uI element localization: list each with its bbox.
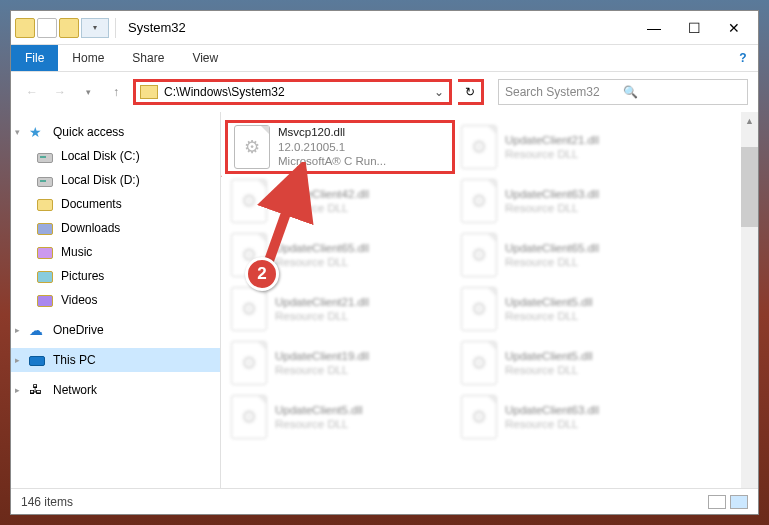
sidebar-videos[interactable]: Videos — [11, 288, 220, 312]
sidebar-local-disk-c[interactable]: Local Disk (C:) — [11, 144, 220, 168]
quick-access[interactable]: ▾Quick access — [11, 120, 220, 144]
navigation-row: ← → ▾ ↑ C:\Windows\System32 ⌄ ↻ Search S… — [11, 72, 758, 112]
file-text: UpdateClient19.dllResource DLL — [275, 349, 369, 378]
dll-icon: ⚙ — [461, 341, 497, 385]
recent-dropdown[interactable]: ▾ — [77, 81, 99, 103]
home-tab[interactable]: Home — [58, 45, 118, 71]
dll-icon: ⚙ — [231, 233, 267, 277]
file-item[interactable]: ⚙UpdateClient63.dllResource DLL — [455, 174, 685, 228]
address-bar[interactable]: C:\Windows\System32 ⌄ — [133, 79, 452, 105]
file-sub1: Resource DLL — [505, 417, 599, 431]
file-text: UpdateClient42.dllResource DLL — [275, 187, 369, 216]
explorer-window: ▾ System32 — ☐ ✕ File Home Share View ? … — [10, 10, 759, 515]
new-folder-icon[interactable] — [59, 18, 79, 38]
share-tab[interactable]: Share — [118, 45, 178, 71]
file-sub1: Resource DLL — [505, 255, 599, 269]
refresh-button[interactable]: ↻ — [458, 79, 484, 105]
file-list[interactable]: ⚙Msvcp120.dll12.0.21005.1MicrosoftA® C R… — [221, 112, 758, 488]
qat-dropdown[interactable]: ▾ — [81, 18, 109, 38]
view-tab[interactable]: View — [178, 45, 232, 71]
search-placeholder: Search System32 — [505, 85, 623, 99]
file-sub1: Resource DLL — [505, 363, 593, 377]
sidebar-this-pc[interactable]: ▸This PC — [11, 348, 220, 372]
address-path[interactable]: C:\Windows\System32 — [162, 85, 429, 99]
sidebar-documents[interactable]: Documents — [11, 192, 220, 216]
forward-button[interactable]: → — [49, 81, 71, 103]
scroll-thumb[interactable] — [741, 147, 758, 227]
sidebar-pictures[interactable]: Pictures — [11, 264, 220, 288]
star-icon — [29, 124, 45, 140]
file-text: UpdateClient63.dllResource DLL — [505, 403, 599, 432]
folder-icon[interactable] — [15, 18, 35, 38]
qat: ▾ — [15, 18, 109, 38]
minimize-button[interactable]: — — [634, 14, 674, 42]
file-name: UpdateClient63.dll — [505, 187, 599, 201]
folder-icon — [37, 295, 53, 307]
file-name: UpdateClient5.dll — [275, 403, 363, 417]
file-item-highlighted[interactable]: ⚙Msvcp120.dll12.0.21005.1MicrosoftA® C R… — [225, 120, 455, 174]
file-sub1: Resource DLL — [505, 309, 593, 323]
file-item[interactable]: ⚙UpdateClient21.dllResource DLL — [455, 120, 685, 174]
file-sub1: Resource DLL — [275, 363, 369, 377]
file-item[interactable]: ⚙UpdateClient19.dllResource DLL — [225, 336, 455, 390]
file-item[interactable]: ⚙UpdateClient5.dllResource DLL — [225, 390, 455, 444]
drive-icon — [37, 153, 53, 163]
search-icon: 🔍 — [623, 85, 741, 99]
sidebar-music[interactable]: Music — [11, 240, 220, 264]
file-item[interactable]: ⚙UpdateClient21.dllResource DLL — [225, 282, 455, 336]
folder-icon — [37, 223, 53, 235]
chevron-down-icon[interactable]: ⌄ — [429, 85, 449, 99]
file-name: UpdateClient63.dll — [505, 403, 599, 417]
dll-icon: ⚙ — [461, 125, 497, 169]
sidebar-network[interactable]: ▸Network — [11, 378, 220, 402]
scrollbar[interactable]: ▲ — [741, 112, 758, 488]
up-button[interactable]: ↑ — [105, 81, 127, 103]
scroll-up-icon[interactable]: ▲ — [741, 112, 758, 129]
file-text: UpdateClient5.dllResource DLL — [505, 349, 593, 378]
search-input[interactable]: Search System32 🔍 — [498, 79, 748, 105]
file-text: UpdateClient63.dllResource DLL — [505, 187, 599, 216]
file-sub1: 12.0.21005.1 — [278, 140, 386, 154]
file-text: Msvcp120.dll12.0.21005.1MicrosoftA® C Ru… — [278, 125, 386, 168]
sidebar-onedrive[interactable]: ▸OneDrive — [11, 318, 220, 342]
file-name: UpdateClient21.dll — [505, 133, 599, 147]
file-sub1: Resource DLL — [275, 201, 369, 215]
file-sub1: Resource DLL — [275, 309, 369, 323]
file-name: UpdateClient5.dll — [505, 349, 593, 363]
icons-view-icon[interactable] — [730, 495, 748, 509]
cloud-icon — [29, 322, 45, 338]
file-item[interactable]: ⚙UpdateClient63.dllResource DLL — [455, 390, 685, 444]
status-bar: 146 items — [11, 488, 758, 514]
dll-icon: ⚙ — [231, 395, 267, 439]
file-tab[interactable]: File — [11, 45, 58, 71]
folder-icon — [37, 199, 53, 211]
details-view-icon[interactable] — [708, 495, 726, 509]
sidebar-local-disk-d[interactable]: Local Disk (D:) — [11, 168, 220, 192]
file-item[interactable]: ⚙UpdateClient65.dllResource DLL — [455, 228, 685, 282]
file-name: UpdateClient19.dll — [275, 349, 369, 363]
file-item[interactable]: ⚙UpdateClient42.dllResource DLL — [225, 174, 455, 228]
separator — [115, 18, 116, 38]
file-text: UpdateClient21.dllResource DLL — [505, 133, 599, 162]
file-name: UpdateClient42.dll — [275, 187, 369, 201]
help-icon[interactable]: ? — [728, 45, 758, 71]
drive-icon — [37, 177, 53, 187]
dll-icon: ⚙ — [234, 125, 270, 169]
file-item[interactable]: ⚙UpdateClient65.dllResource DLL — [225, 228, 455, 282]
maximize-button[interactable]: ☐ — [674, 14, 714, 42]
navigation-pane: ▾Quick access Local Disk (C:) Local Disk… — [11, 112, 221, 488]
dll-icon: ⚙ — [231, 179, 267, 223]
title-bar: ▾ System32 — ☐ ✕ — [11, 11, 758, 45]
dll-icon: ⚙ — [461, 395, 497, 439]
file-name: UpdateClient65.dll — [275, 241, 369, 255]
props-icon[interactable] — [37, 18, 57, 38]
file-text: UpdateClient5.dllResource DLL — [275, 403, 363, 432]
file-item[interactable]: ⚙UpdateClient5.dllResource DLL — [455, 282, 685, 336]
back-button[interactable]: ← — [21, 81, 43, 103]
file-sub1: Resource DLL — [505, 201, 599, 215]
close-button[interactable]: ✕ — [714, 14, 754, 42]
file-text: UpdateClient5.dllResource DLL — [505, 295, 593, 324]
file-text: UpdateClient65.dllResource DLL — [505, 241, 599, 270]
file-item[interactable]: ⚙UpdateClient5.dllResource DLL — [455, 336, 685, 390]
sidebar-downloads[interactable]: Downloads — [11, 216, 220, 240]
